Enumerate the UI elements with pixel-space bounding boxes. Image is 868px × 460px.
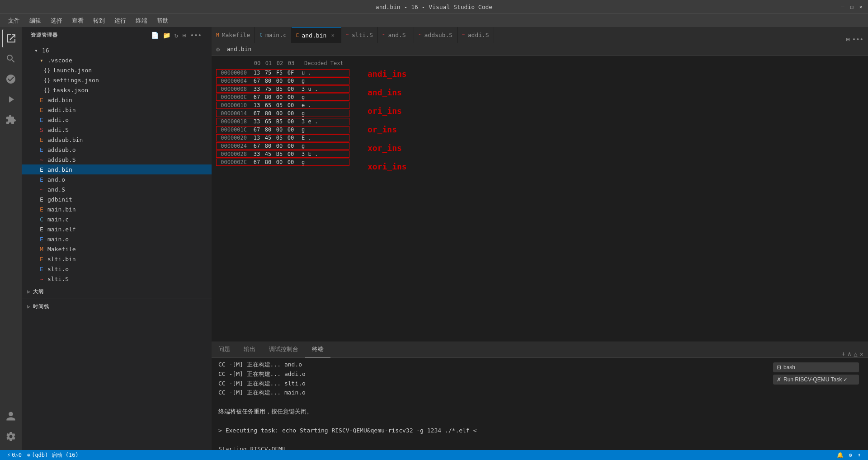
- run-debug-icon[interactable]: [2, 90, 20, 108]
- file-item-addio[interactable]: E addi.o: [22, 115, 212, 125]
- menu-terminal[interactable]: 终端: [132, 15, 151, 27]
- tab-andbin[interactable]: E and.bin ✕: [292, 27, 341, 43]
- file-item-launch[interactable]: {} launch.json: [22, 65, 212, 75]
- addsubs-tab-icon: ~: [419, 32, 422, 38]
- panel-tab-output[interactable]: 输出: [237, 342, 262, 357]
- outline-chevron: ▷: [27, 289, 31, 295]
- andbin-tab-icon: E: [296, 33, 299, 38]
- gear-btn[interactable]: ⚙: [216, 46, 220, 53]
- addbin-label: add.bin: [47, 97, 212, 103]
- maximize-button[interactable]: □: [849, 4, 854, 9]
- add-terminal-btn[interactable]: +: [841, 350, 845, 357]
- menu-edit[interactable]: 编辑: [26, 15, 45, 27]
- terminal-main[interactable]: CC -[M] 正在构建... and.o CC -[M] 正在构建... ad…: [218, 360, 766, 448]
- c-icon-mainc: C: [38, 216, 45, 223]
- col-header-03: 03: [286, 60, 296, 66]
- status-debug[interactable]: ⊕ (gdb) 启动 (16): [24, 451, 81, 459]
- file-item-mainc[interactable]: C main.c: [22, 214, 212, 224]
- menu-run[interactable]: 运行: [111, 15, 130, 27]
- bash-task-btn[interactable]: ⊡ bash: [773, 362, 859, 372]
- folder-item-root[interactable]: ▾ 16: [22, 45, 212, 55]
- panel-tab-debug-console[interactable]: 调试控制台: [262, 342, 305, 357]
- tab-sltis[interactable]: ~ slti.S: [341, 27, 378, 43]
- file-item-addsubbin[interactable]: E addsub.bin: [22, 135, 212, 145]
- file-item-maino[interactable]: E main.o: [22, 234, 212, 244]
- timeline-header[interactable]: ▷ 时间线: [22, 301, 212, 311]
- refresh-btn[interactable]: ↻: [174, 31, 179, 40]
- tab-ands[interactable]: ~ and.S: [378, 27, 414, 43]
- col-header-02: 02: [275, 60, 285, 66]
- decoded-0: u .: [302, 70, 320, 76]
- tab-addis[interactable]: ~ addi.S: [458, 27, 494, 43]
- outline-header[interactable]: ▷ 大纲: [22, 286, 212, 296]
- status-errors[interactable]: ⚡ 0△0: [5, 452, 24, 458]
- close-button[interactable]: ✕: [858, 4, 863, 9]
- window-title: and.bin - 16 - Visual Studio Code: [376, 4, 492, 10]
- decoded-8: E .: [302, 135, 320, 141]
- file-item-addibin[interactable]: E addi.bin: [22, 105, 212, 115]
- col-header-01: 01: [264, 60, 274, 66]
- menu-help[interactable]: 帮助: [153, 15, 172, 27]
- settings-status-btn[interactable]: ⚙: [846, 452, 855, 458]
- menu-goto[interactable]: 转到: [90, 15, 108, 27]
- file-item-ands[interactable]: ~ and.S: [22, 184, 212, 194]
- search-icon[interactable]: [2, 50, 20, 68]
- more-tabs-btn[interactable]: •••: [852, 36, 863, 43]
- tab-addsubs[interactable]: ~ addsub.S: [414, 27, 458, 43]
- addr-10: 00000028: [217, 151, 250, 157]
- file-item-sltio[interactable]: E slti.o: [22, 264, 212, 274]
- close-panel-btn[interactable]: ✕: [860, 350, 863, 357]
- outline-section: ▷ 大纲: [22, 284, 212, 299]
- more-btn[interactable]: •••: [189, 31, 203, 40]
- file-item-gdbinit[interactable]: E gdbinit: [22, 194, 212, 204]
- terminal-line-5: 终端将被任务重用，按任意键关闭。: [218, 407, 766, 417]
- folder-item-vscode[interactable]: ▾ .vscode: [22, 55, 212, 65]
- bytes-4: 13 65 05 00: [252, 102, 296, 108]
- byte-10-0: 33: [252, 151, 262, 157]
- file-item-makefile[interactable]: M Makefile: [22, 244, 212, 254]
- explorer-icon[interactable]: [2, 29, 20, 47]
- file-item-mainbin[interactable]: E main.bin: [22, 204, 212, 214]
- account-icon[interactable]: [2, 407, 20, 425]
- maximize-panel-btn[interactable]: △: [854, 350, 857, 357]
- riscv-task-btn[interactable]: ✗ Run RISCV-QEMU Task ✓: [773, 375, 859, 385]
- menu-view[interactable]: 查看: [68, 15, 87, 27]
- file-item-mainelf[interactable]: E main.elf: [22, 224, 212, 234]
- byte-1-2: 00: [274, 78, 284, 84]
- settings-icon[interactable]: [2, 427, 20, 446]
- sync-btn[interactable]: ⬆: [855, 452, 863, 458]
- minimize-button[interactable]: ─: [840, 4, 845, 9]
- extensions-icon[interactable]: [2, 111, 20, 129]
- tasks-label: tasks.json: [53, 87, 212, 94]
- split-editor-btn[interactable]: ⊞: [846, 36, 849, 43]
- new-file-btn[interactable]: 📄: [150, 31, 160, 40]
- file-item-addsuo[interactable]: E addsub.o: [22, 145, 212, 155]
- file-item-addis[interactable]: S addi.S: [22, 125, 212, 135]
- binary-viewer: 00 01 02 03 Decoded Text 00000000 13 75: [212, 56, 868, 342]
- launch-label: launch.json: [53, 67, 212, 74]
- menu-select[interactable]: 选择: [47, 15, 66, 27]
- panel-tab-terminal[interactable]: 终端: [305, 342, 330, 357]
- andbin-close-btn[interactable]: ✕: [329, 32, 336, 39]
- file-item-sltibin[interactable]: E slti.bin: [22, 254, 212, 264]
- elf-icon: E: [38, 226, 45, 233]
- riscv-task-label: Run RISCV-QEMU Task ✓: [783, 376, 848, 383]
- split-terminal-btn[interactable]: ∧: [848, 350, 851, 357]
- panel-tab-problems[interactable]: 问题: [212, 342, 237, 357]
- tab-mainc[interactable]: C main.c: [255, 27, 292, 43]
- notifications-btn[interactable]: 🔔: [834, 452, 846, 458]
- file-item-sltis[interactable]: ~ slti.S: [22, 274, 212, 284]
- new-folder-btn[interactable]: 📁: [162, 31, 171, 40]
- file-item-tasks[interactable]: {} tasks.json: [22, 85, 212, 95]
- tab-makefile[interactable]: M Makefile: [212, 27, 255, 43]
- collapse-all-btn[interactable]: ⊟: [181, 31, 187, 40]
- menu-file[interactable]: 文件: [5, 15, 24, 27]
- source-control-icon[interactable]: [2, 70, 20, 88]
- bytes-9: 67 80 00 00: [252, 143, 296, 149]
- annotation-panel: andi_ins and_ins ori_ins or_ins xor_ins …: [359, 60, 675, 337]
- file-item-ando[interactable]: E and.o: [22, 174, 212, 184]
- file-item-addsubs[interactable]: ~ addsub.S: [22, 155, 212, 164]
- file-item-andbin[interactable]: E and.bin: [22, 164, 212, 174]
- file-item-settings[interactable]: {} settings.json: [22, 75, 212, 85]
- file-item-addbin[interactable]: E add.bin: [22, 95, 212, 105]
